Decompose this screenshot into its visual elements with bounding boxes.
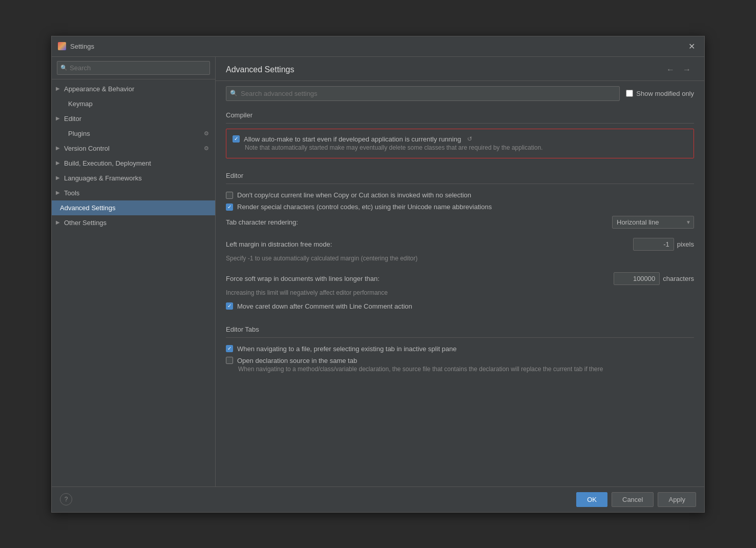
dont-copy-checkbox[interactable]	[226, 192, 233, 199]
sidebar-item-label: Version Control	[64, 145, 204, 152]
dont-copy-setting: Don't copy/cut current line when Copy or…	[226, 189, 694, 201]
left-margin-hint: Specify -1 to use automatically calculat…	[226, 254, 694, 263]
apply-button[interactable]: Apply	[658, 492, 696, 507]
open-declaration-hint: When navigating to a method/class/variab…	[226, 365, 694, 374]
left-margin-row: Left margin in distraction free mode: pi…	[226, 235, 694, 254]
force-wrap-row: Force soft wrap in documents with lines …	[226, 269, 694, 288]
settings-icon: ⚙	[204, 145, 209, 152]
editor-tabs-section-title: Editor Tabs	[226, 320, 694, 338]
show-modified-text: Show modified only	[636, 90, 694, 97]
settings-dialog: Settings ✕ 🔍 ▶ Appearance & Behavior Key…	[51, 36, 705, 513]
settings-search-input[interactable]	[226, 86, 620, 101]
help-button[interactable]: ?	[60, 493, 72, 505]
move-caret-setting: Move caret down after Comment with Line …	[226, 300, 694, 312]
search-row: 🔍 Show modified only	[216, 81, 704, 106]
sidebar-item-label: Appearance & Behavior	[64, 85, 209, 93]
prefer-tab-checkbox[interactable]	[226, 345, 233, 352]
left-margin-label: Left margin in distraction free mode:	[226, 240, 629, 248]
chevron-right-icon: ▶	[56, 86, 62, 92]
chevron-right-icon: ▶	[56, 145, 62, 151]
sidebar-search-input[interactable]	[57, 61, 210, 75]
sidebar-item-label: Languages & Frameworks	[64, 174, 209, 182]
compiler-highlighted-area: Allow auto-make to start even if develop…	[226, 129, 694, 159]
sidebar-item-languages[interactable]: ▶ Languages & Frameworks	[52, 171, 215, 186]
dialog-content: 🔍 ▶ Appearance & Behavior Keymap ▶ Edito…	[52, 57, 704, 486]
sidebar-item-label: Other Settings	[64, 219, 209, 227]
editor-section: Editor Don't copy/cut current line when …	[226, 167, 694, 312]
force-wrap-setting: Force soft wrap in documents with lines …	[226, 266, 694, 300]
search-icon: 🔍	[230, 90, 238, 97]
chevron-right-icon: ▶	[56, 115, 62, 121]
render-special-checkbox-row[interactable]: Render special characters (control codes…	[226, 203, 492, 211]
sidebar-item-keymap[interactable]: Keymap	[52, 96, 215, 111]
sidebar-item-label: Plugins	[68, 130, 204, 137]
header-nav: ← →	[663, 64, 694, 75]
footer: ? OK Cancel Apply	[52, 486, 704, 512]
tab-rendering-label: Tab character rendering:	[226, 218, 608, 226]
compiler-section-title: Compiler	[226, 106, 694, 124]
editor-tabs-section: Editor Tabs When navigating to a file, p…	[226, 320, 694, 376]
chevron-right-icon: ▶	[56, 219, 62, 226]
show-modified-checkbox[interactable]	[626, 90, 633, 97]
ok-button[interactable]: OK	[576, 492, 607, 507]
left-margin-setting: Left margin in distraction free mode: pi…	[226, 232, 694, 266]
compiler-section: Compiler Allow auto-make to start even i…	[226, 106, 694, 159]
prefer-tab-setting: When navigating to a file, prefer select…	[226, 343, 694, 355]
pixels-label: pixels	[677, 240, 694, 248]
sidebar-item-label: Editor	[64, 115, 209, 123]
force-wrap-hint: Increasing this limit will negatively af…	[226, 289, 694, 297]
sidebar-item-build[interactable]: ▶ Build, Execution, Deployment	[52, 156, 215, 171]
sidebar-item-other-settings[interactable]: ▶ Other Settings	[52, 215, 215, 230]
render-special-label: Render special characters (control codes…	[237, 203, 492, 211]
main-header: Advanced Settings ← →	[216, 57, 704, 81]
close-button[interactable]: ✕	[685, 40, 698, 52]
reset-icon[interactable]: ↺	[467, 135, 472, 143]
open-declaration-checkbox-row[interactable]: Open declaration source in the same tab	[226, 357, 694, 364]
force-wrap-label: Force soft wrap in documents with lines …	[226, 275, 610, 282]
editor-section-title: Editor	[226, 167, 694, 184]
nav-forward-button[interactable]: →	[680, 64, 694, 75]
search-wrapper: 🔍	[226, 86, 620, 101]
sidebar-item-version-control[interactable]: ▶ Version Control ⚙	[52, 141, 215, 156]
sidebar-item-editor[interactable]: ▶ Editor	[52, 111, 215, 126]
sidebar-item-plugins[interactable]: Plugins ⚙	[52, 126, 215, 141]
characters-label: characters	[663, 275, 694, 282]
chevron-right-icon: ▶	[56, 175, 62, 181]
dont-copy-checkbox-row[interactable]: Don't copy/cut current line when Copy or…	[226, 191, 471, 199]
settings-content: Compiler Allow auto-make to start even i…	[216, 106, 704, 486]
nav-back-button[interactable]: ←	[663, 64, 678, 75]
window-title: Settings	[70, 43, 685, 50]
sidebar-item-label: Advanced Settings	[60, 204, 209, 212]
prefer-tab-label: When navigating to a file, prefer select…	[237, 345, 457, 353]
tab-rendering-dropdown-wrapper: Horizontal line Arrow None ▼	[612, 216, 694, 229]
sidebar-item-appearance[interactable]: ▶ Appearance & Behavior	[52, 82, 215, 96]
sidebar-item-tools[interactable]: ▶ Tools	[52, 186, 215, 200]
cancel-button[interactable]: Cancel	[612, 492, 654, 507]
page-title: Advanced Settings	[226, 65, 294, 74]
auto-make-checkbox-row[interactable]: Allow auto-make to start even if develop…	[233, 135, 543, 143]
open-declaration-setting: Open declaration source in the same tab …	[226, 355, 694, 376]
open-declaration-label: Open declaration source in the same tab	[237, 357, 357, 364]
move-caret-checkbox-row[interactable]: Move caret down after Comment with Line …	[226, 302, 412, 310]
show-modified-label[interactable]: Show modified only	[626, 90, 694, 97]
tab-rendering-select[interactable]: Horizontal line Arrow None	[612, 216, 694, 229]
sidebar: 🔍 ▶ Appearance & Behavior Keymap ▶ Edito…	[52, 57, 216, 486]
render-special-checkbox[interactable]	[226, 204, 233, 211]
settings-icon: ⚙	[204, 130, 209, 137]
render-special-setting: Render special characters (control codes…	[226, 201, 694, 213]
sidebar-item-label: Tools	[64, 189, 209, 197]
sidebar-item-advanced-settings[interactable]: Advanced Settings	[52, 200, 215, 215]
main-panel: Advanced Settings ← → 🔍 Show modified on…	[216, 57, 704, 486]
prefer-tab-checkbox-row[interactable]: When navigating to a file, prefer select…	[226, 345, 457, 353]
tab-rendering-setting: Tab character rendering: Horizontal line…	[226, 213, 694, 232]
open-declaration-checkbox[interactable]	[226, 357, 233, 364]
move-caret-checkbox[interactable]	[226, 302, 233, 310]
dont-copy-label: Don't copy/cut current line when Copy or…	[237, 191, 471, 199]
auto-make-hint: Note that automatically started make may…	[233, 144, 543, 152]
sidebar-nav: ▶ Appearance & Behavior Keymap ▶ Editor …	[52, 79, 215, 232]
left-margin-input[interactable]	[633, 238, 674, 251]
sidebar-item-label: Build, Execution, Deployment	[64, 159, 209, 167]
force-wrap-input[interactable]	[614, 272, 660, 285]
auto-make-checkbox[interactable]	[233, 135, 240, 143]
app-icon	[58, 42, 66, 50]
